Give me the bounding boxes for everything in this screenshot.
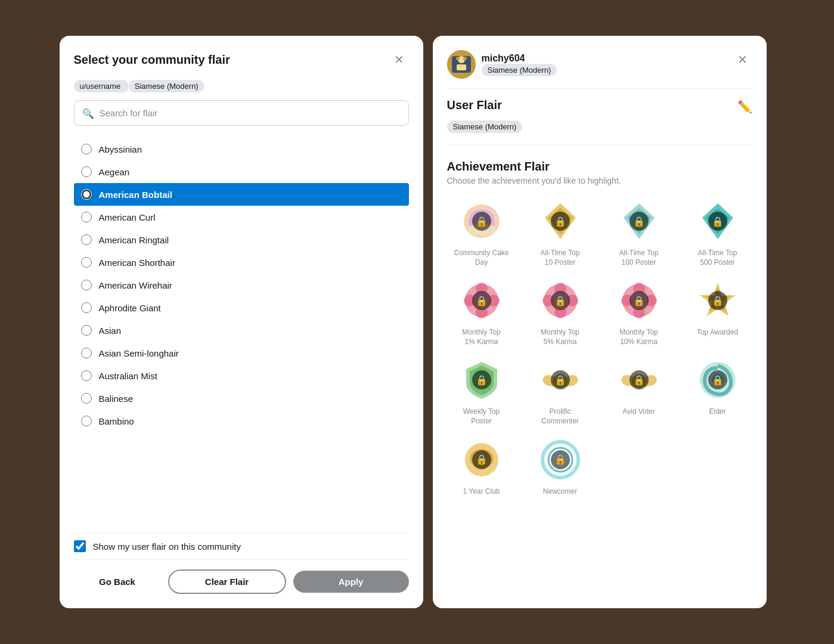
achievement-badge: 🔒 (537, 277, 584, 324)
flair-item[interactable]: Asian (74, 319, 409, 342)
avatar (447, 50, 476, 79)
flair-item[interactable]: Australian Mist (74, 364, 409, 387)
achievement-label: Monthly Top1% Karma (462, 328, 500, 346)
achievement-item[interactable]: 🔒 Avid Voter (604, 356, 674, 426)
achievement-label: Weekly TopPoster (463, 407, 500, 426)
panel-title: Select your community flair (74, 53, 230, 67)
achievement-item[interactable]: 🔒 All-Time Top10 Poster (526, 197, 595, 267)
flair-item[interactable]: Bambino (74, 410, 409, 432)
achievement-item[interactable]: 🔒 All-Time Top100 Poster (604, 197, 674, 267)
achievement-label: All-Time Top100 Poster (619, 249, 658, 267)
achievement-title: Achievement Flair (447, 160, 752, 174)
apply-button[interactable]: Apply (293, 571, 409, 593)
flair-item[interactable]: Aphrodite Giant (74, 296, 409, 319)
achievement-badge: 🔒 (537, 356, 584, 404)
achievement-item[interactable]: 🔒 Monthly Top10% Karma (604, 277, 674, 346)
user-flair-badge: Siamese (Modern) (447, 120, 523, 133)
achievement-label: ProlificCommenter (541, 407, 579, 426)
user-flair-section: User Flair ✏️ Siamese (Modern) (447, 98, 752, 145)
panel-header: Select your community flair ✕ (74, 50, 409, 69)
achievement-badge: 🔒 (694, 197, 742, 245)
achievement-label: Monthly Top10% Karma (619, 328, 658, 346)
search-input[interactable] (74, 100, 409, 126)
lock-icon: 🔒 (708, 212, 727, 231)
achievement-label: Avid Voter (622, 407, 655, 417)
lock-icon: 🔒 (472, 450, 491, 469)
flair-item[interactable]: Balinese (74, 387, 409, 410)
achievement-item[interactable]: 🔒 Elder (683, 356, 752, 426)
achievement-badge: 🔒 (615, 277, 663, 324)
flair-item[interactable]: Asian Semi-longhair (74, 342, 409, 364)
lock-icon: 🔒 (630, 212, 649, 231)
show-flair-label: Show my user flair on this community (93, 541, 241, 552)
achievement-label: 1 Year Club (463, 487, 500, 497)
lock-icon: 🔒 (630, 370, 649, 389)
achievement-item[interactable]: 🔒 ProlificCommenter (526, 356, 595, 426)
flair-list: AbyssinianAegeanAmerican BobtailAmerican… (74, 138, 409, 523)
svg-rect-3 (457, 64, 466, 70)
lock-icon: 🔒 (630, 291, 649, 310)
flair-item[interactable]: American Ringtail (74, 228, 409, 251)
flair-item[interactable]: American Shorthair (74, 251, 409, 274)
achievement-label: Newcomer (543, 487, 577, 497)
lock-icon: 🔒 (472, 291, 491, 310)
achievement-badge: 🔒 (458, 277, 506, 324)
achievement-item[interactable]: 🔒 Weekly TopPoster (447, 356, 516, 426)
achievement-item[interactable]: 🔒 Monthly Top1% Karma (447, 277, 516, 346)
achievement-badge: 🔒 (615, 197, 663, 245)
close-button[interactable]: ✕ (390, 50, 409, 69)
achievement-label: Monthly Top5% Karma (541, 328, 579, 346)
achievement-badge: 🔒 (537, 197, 584, 245)
right-close-button[interactable]: ✕ (733, 50, 752, 69)
lock-icon: 🔒 (551, 370, 570, 389)
action-buttons: Go Back Clear Flair Apply (74, 559, 409, 594)
user-flair-title: User Flair (447, 98, 502, 112)
achievement-label: Top Awarded (697, 328, 738, 338)
show-flair-checkbox[interactable] (74, 540, 86, 552)
flair-item[interactable]: Abyssinian (74, 138, 409, 160)
lock-icon: 🔒 (551, 291, 570, 310)
achievement-label: Elder (709, 407, 726, 417)
achievement-item[interactable]: 🔒 Newcomer (526, 436, 595, 497)
lock-icon: 🔒 (472, 212, 491, 231)
main-container: Select your community flair ✕ u/username… (60, 36, 775, 608)
flair-select-panel: Select your community flair ✕ u/username… (60, 36, 423, 608)
lock-icon: 🔒 (708, 370, 727, 389)
user-label: u/username Siamese (Modern) (74, 81, 409, 91)
show-flair-row: Show my user flair on this community (74, 532, 409, 559)
achievement-badge: 🔒 (537, 436, 584, 484)
achievement-label: All-Time Top10 Poster (540, 249, 579, 267)
achievement-badge: 🔒 (694, 277, 742, 324)
achievement-item[interactable]: 🔒 Monthly Top5% Karma (526, 277, 595, 346)
edit-icon[interactable]: ✏️ (737, 100, 752, 114)
go-back-button[interactable]: Go Back (74, 577, 161, 587)
achievements-grid: 🔒 Community Cake Day 🔒 All-Time Top10 Po… (447, 197, 752, 496)
user-details: michy604 Siamese (Modern) (482, 53, 557, 76)
achievement-item[interactable]: 🔒 Community Cake Day (447, 197, 516, 267)
clear-flair-button[interactable]: Clear Flair (168, 569, 286, 594)
lock-icon: 🔒 (551, 212, 570, 231)
username: michy604 (482, 53, 557, 64)
flair-item[interactable]: American Wirehair (74, 274, 409, 296)
user-info: michy604 Siamese (Modern) (447, 50, 557, 79)
achievement-label: Community Cake Day (447, 249, 516, 267)
flair-item[interactable]: American Curl (74, 206, 409, 228)
achievement-item[interactable]: 🔒 All-Time Top500 Poster (683, 197, 752, 267)
search-box: 🔍 (74, 100, 409, 126)
current-flair-tag: Siamese (Modern) (129, 80, 204, 92)
user-flair-panel: michy604 Siamese (Modern) ✕ User Flair ✏… (433, 36, 767, 608)
achievement-badge: 🔒 (458, 197, 506, 245)
user-flair-header: User Flair ✏️ (447, 98, 752, 114)
search-icon: 🔍 (82, 107, 94, 119)
achievement-item[interactable]: 🔒 1 Year Club (447, 436, 516, 497)
lock-icon: 🔒 (708, 291, 727, 310)
user-flair-tag-header: Siamese (Modern) (482, 64, 557, 76)
username-prefix: u/username (74, 80, 129, 92)
achievement-label: All-Time Top500 Poster (697, 249, 737, 267)
achievement-badge: 🔒 (615, 356, 663, 404)
right-header: michy604 Siamese (Modern) ✕ (447, 50, 752, 89)
achievement-item[interactable]: 🔒 Top Awarded (683, 277, 752, 346)
achievement-badge: 🔒 (458, 436, 506, 484)
flair-item[interactable]: American Bobtail (74, 183, 409, 206)
flair-item[interactable]: Aegean (74, 160, 409, 183)
